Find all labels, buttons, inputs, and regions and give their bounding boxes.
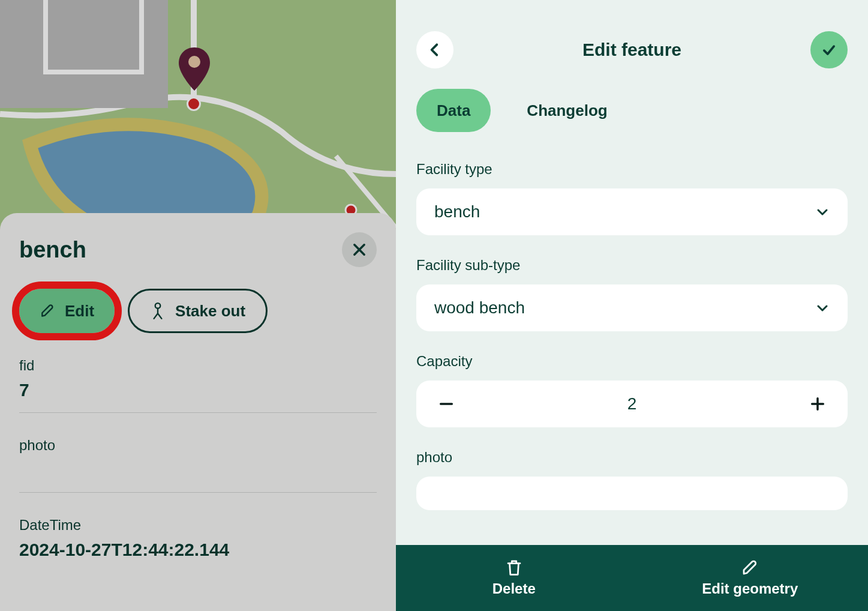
capacity-value: 2 bbox=[627, 394, 637, 414]
stake-out-button[interactable]: Stake out bbox=[128, 289, 268, 333]
photo-value-empty bbox=[19, 460, 377, 480]
close-icon bbox=[351, 241, 368, 258]
facility-type-value: bench bbox=[434, 202, 480, 221]
minus-icon bbox=[438, 396, 455, 412]
close-button[interactable] bbox=[342, 232, 377, 267]
facility-type-label: Facility type bbox=[416, 161, 848, 178]
pencil-icon bbox=[40, 303, 55, 319]
facility-type-select[interactable]: bench bbox=[416, 188, 848, 235]
tab-changelog[interactable]: Changelog bbox=[506, 89, 627, 132]
datetime-value: 2024-10-27T12:44:22.144 bbox=[19, 540, 377, 560]
delete-label: Delete bbox=[492, 580, 536, 597]
chevron-left-icon bbox=[427, 42, 443, 58]
edit-geometry-label: Edit geometry bbox=[702, 580, 798, 597]
stakeout-icon bbox=[150, 302, 166, 320]
facility-subtype-select[interactable]: wood bench bbox=[416, 284, 848, 331]
facility-subtype-label: Facility sub-type bbox=[416, 257, 848, 274]
pencil-icon bbox=[741, 559, 759, 577]
stepper-increment[interactable] bbox=[806, 392, 830, 416]
edit-geometry-button[interactable]: Edit geometry bbox=[632, 545, 869, 611]
tab-data[interactable]: Data bbox=[416, 89, 491, 132]
bottom-action-bar: Delete Edit geometry bbox=[396, 545, 868, 611]
confirm-button[interactable] bbox=[810, 31, 848, 68]
feature-title: bench bbox=[19, 237, 86, 263]
stake-out-label: Stake out bbox=[175, 302, 245, 321]
edit-feature-panel: Edit feature Data Changelog Facility typ… bbox=[396, 0, 868, 611]
facility-subtype-value: wood bench bbox=[434, 298, 525, 318]
feature-point[interactable] bbox=[187, 97, 201, 111]
fid-label: fid bbox=[19, 357, 377, 374]
datetime-label: DateTime bbox=[19, 517, 377, 534]
delete-button[interactable]: Delete bbox=[396, 545, 632, 611]
check-icon bbox=[821, 41, 837, 58]
capacity-label: Capacity bbox=[416, 353, 848, 370]
fid-value: 7 bbox=[19, 380, 377, 400]
chevron-down-icon bbox=[815, 205, 830, 219]
plus-icon bbox=[809, 396, 826, 412]
back-button[interactable] bbox=[416, 31, 453, 68]
edit-button[interactable]: Edit bbox=[19, 289, 115, 333]
feature-preview-sheet: bench Edit bbox=[0, 213, 396, 611]
photo-label: photo bbox=[19, 437, 377, 454]
capacity-stepper: 2 bbox=[416, 381, 848, 427]
chevron-down-icon bbox=[815, 301, 830, 315]
svg-point-4 bbox=[188, 56, 200, 68]
trash-icon bbox=[505, 559, 523, 577]
panel-title: Edit feature bbox=[582, 40, 681, 60]
left-panel: bench Edit bbox=[0, 0, 396, 611]
photo-field-label: photo bbox=[416, 449, 848, 466]
map-marker-icon[interactable] bbox=[179, 47, 210, 91]
edit-button-label: Edit bbox=[65, 302, 94, 321]
svg-point-5 bbox=[155, 303, 161, 309]
stepper-decrement[interactable] bbox=[434, 392, 458, 416]
photo-field[interactable] bbox=[416, 477, 848, 510]
